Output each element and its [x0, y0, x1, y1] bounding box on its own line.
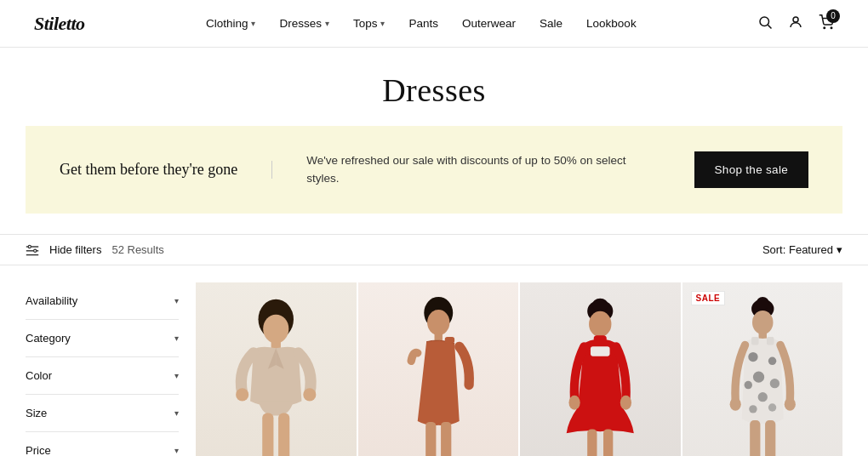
svg-point-15	[236, 388, 248, 401]
svg-point-0	[760, 17, 769, 26]
svg-rect-52	[750, 420, 760, 456]
product-image	[682, 282, 843, 456]
filter-group-category: Category ▾	[26, 320, 179, 357]
svg-point-38	[751, 311, 773, 334]
filter-group-size: Size ▾	[26, 395, 179, 432]
site-logo[interactable]: Stiletto	[34, 13, 85, 35]
product-image	[520, 282, 681, 456]
site-header: Stiletto Clothing ▾ Dresses ▾ Tops ▾ Pan…	[0, 0, 868, 48]
svg-rect-30	[587, 429, 597, 456]
chevron-down-icon: ▾	[325, 19, 329, 28]
cart-count: 0	[826, 9, 840, 23]
nav-pants[interactable]: Pants	[408, 17, 438, 30]
svg-point-4	[831, 27, 832, 29]
filter-availability-header[interactable]: Availability ▾	[26, 294, 179, 307]
sale-badge: SALE	[691, 291, 726, 305]
svg-point-8	[28, 245, 31, 248]
product-card[interactable]	[196, 282, 357, 456]
sidebar-filters: Availability ▾ Category ▾ Color ▾ Size ▾	[26, 265, 196, 456]
svg-point-40	[748, 352, 757, 362]
promo-tagline: Get them before they're gone	[60, 161, 272, 179]
filter-price-header[interactable]: Price ▾	[26, 444, 179, 456]
svg-rect-13	[262, 413, 273, 456]
svg-point-18	[427, 310, 449, 335]
product-card[interactable]	[358, 282, 519, 456]
chevron-down-icon: ▾	[174, 296, 179, 305]
nav-sale[interactable]: Sale	[540, 17, 562, 30]
chevron-down-icon: ▾	[174, 333, 179, 343]
results-count: 52 Results	[111, 243, 163, 256]
header-icons: 0	[757, 14, 834, 32]
search-button[interactable]	[757, 14, 773, 32]
svg-rect-29	[591, 346, 610, 356]
svg-rect-48	[751, 337, 758, 345]
svg-point-34	[568, 396, 580, 410]
svg-point-26	[592, 299, 608, 311]
filter-left: Hide filters 52 Results	[26, 243, 164, 256]
svg-point-47	[768, 403, 775, 411]
svg-point-46	[749, 405, 757, 413]
nav-clothing[interactable]: Clothing ▾	[206, 17, 256, 30]
filter-group-price: Price ▾	[26, 432, 179, 456]
page-title-section: Dresses	[0, 48, 868, 126]
product-card[interactable]	[520, 282, 681, 456]
svg-point-3	[824, 27, 825, 29]
promo-banner: Get them before they're gone We've refre…	[26, 126, 842, 214]
chevron-down-icon: ▾	[174, 408, 179, 418]
filter-size-header[interactable]: Size ▾	[26, 407, 179, 419]
svg-point-9	[34, 249, 37, 252]
svg-rect-21	[425, 422, 436, 456]
promo-description: We've refreshed our sale with discounts …	[272, 152, 694, 187]
svg-point-42	[752, 372, 763, 383]
svg-point-16	[303, 388, 316, 401]
filter-group-color: Color ▾	[26, 357, 179, 395]
svg-point-51	[784, 398, 795, 411]
filter-icon	[26, 244, 39, 256]
filter-color-header[interactable]: Color ▾	[26, 369, 179, 382]
product-image	[358, 282, 519, 456]
svg-point-27	[589, 311, 611, 337]
svg-point-35	[620, 396, 631, 410]
product-card[interactable]: SALE	[682, 282, 843, 456]
svg-rect-22	[441, 422, 451, 456]
svg-rect-14	[278, 413, 289, 456]
account-icon	[788, 14, 803, 30]
product-grid: SALE	[196, 265, 842, 456]
svg-rect-53	[765, 420, 775, 456]
filter-bar: Hide filters 52 Results Sort: Featured ▾	[0, 234, 868, 265]
product-image	[196, 282, 357, 456]
main-nav: Clothing ▾ Dresses ▾ Tops ▾ Pants Outerw…	[206, 17, 637, 30]
page-title: Dresses	[0, 71, 868, 109]
nav-outerwear[interactable]: Outerwear	[462, 17, 516, 30]
nav-dresses[interactable]: Dresses ▾	[279, 17, 329, 30]
svg-point-2	[793, 17, 798, 22]
svg-rect-20	[444, 337, 454, 344]
filter-category-header[interactable]: Category ▾	[26, 332, 179, 345]
hide-filters-button[interactable]: Hide filters	[49, 243, 101, 256]
svg-rect-31	[603, 429, 613, 456]
svg-point-44	[744, 381, 751, 389]
svg-point-37	[756, 297, 768, 310]
filter-group-availability: Availability ▾	[26, 282, 179, 320]
nav-tops[interactable]: Tops ▾	[353, 17, 385, 30]
main-content: Availability ▾ Category ▾ Color ▾ Size ▾	[0, 265, 868, 456]
svg-point-11	[263, 315, 288, 344]
chevron-down-icon: ▾	[174, 371, 179, 380]
svg-point-43	[769, 379, 779, 388]
shop-sale-button[interactable]: Shop the sale	[694, 151, 808, 188]
cart-button[interactable]: 0	[819, 14, 834, 32]
svg-point-50	[729, 398, 740, 411]
nav-lookbook[interactable]: Lookbook	[586, 17, 637, 30]
svg-rect-49	[766, 337, 773, 345]
svg-point-41	[768, 357, 775, 365]
search-icon	[757, 14, 773, 30]
svg-line-1	[768, 25, 771, 28]
chevron-down-icon: ▾	[380, 19, 385, 28]
svg-point-45	[757, 392, 767, 402]
chevron-down-icon: ▾	[837, 243, 842, 256]
sort-button[interactable]: Sort: Featured ▾	[762, 243, 842, 256]
account-button[interactable]	[788, 14, 803, 32]
chevron-down-icon: ▾	[251, 19, 255, 28]
chevron-down-icon: ▾	[174, 446, 179, 455]
